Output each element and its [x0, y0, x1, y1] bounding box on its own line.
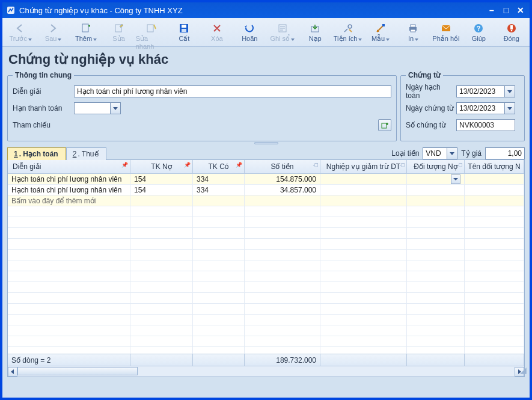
print-button[interactable]: In — [397, 19, 429, 46]
titlebar: Chứng từ nghiệp vụ khác - Công ty TNHH X… — [2, 2, 530, 18]
save-button[interactable]: Cất — [168, 19, 200, 46]
svg-point-18 — [510, 29, 512, 31]
quickedit-button[interactable]: Sửa nhanh — [136, 19, 167, 46]
dtn-dropdown[interactable] — [451, 174, 460, 184]
col-tdt[interactable]: Tên đối tượng N — [465, 160, 524, 173]
postdate-dropdown[interactable] — [504, 85, 515, 97]
currency-label: Loại tiền — [391, 149, 419, 158]
close-window-button[interactable]: ✕ — [515, 5, 526, 15]
postdate-label: Ngày hạch toán — [406, 83, 456, 100]
empty-row — [8, 228, 524, 239]
svg-rect-17 — [510, 25, 513, 29]
help-button[interactable]: ?Giúp — [463, 19, 494, 46]
svg-rect-3 — [147, 25, 153, 32]
currency-input[interactable] — [423, 147, 447, 159]
utility-button[interactable]: Tiện ích — [332, 19, 363, 46]
desc-label: Diễn giải — [13, 87, 74, 96]
svg-rect-1 — [82, 24, 88, 32]
empty-row — [8, 315, 524, 325]
svg-rect-6 — [182, 29, 186, 32]
svg-text:?: ? — [477, 25, 481, 32]
toolbar: Trước Sau Thêm Sửa Sửa nhanh Cất Xóa Hoã… — [2, 18, 530, 47]
next-button[interactable]: Sau — [37, 19, 69, 46]
size-grip[interactable]: ◢ — [520, 365, 528, 374]
tab-thue[interactable]: 2. Thuế — [66, 147, 106, 160]
scroll-left-button[interactable] — [8, 367, 17, 377]
vno-label: Số chứng từ — [406, 121, 456, 129]
general-legend: Thông tin chung — [13, 71, 74, 79]
ref-label: Tham chiếu — [13, 121, 74, 129]
empty-row — [8, 271, 524, 282]
svg-rect-11 — [411, 25, 415, 27]
col-tkno[interactable]: TK Nợ📌 — [130, 160, 193, 173]
empty-row — [8, 325, 524, 336]
empty-row — [8, 293, 524, 304]
vdate-dropdown[interactable] — [504, 102, 515, 114]
edit-button[interactable]: Sửa — [103, 19, 134, 46]
empty-row — [8, 282, 524, 293]
empty-row — [8, 304, 524, 315]
svg-rect-5 — [182, 25, 186, 28]
feedback-button[interactable]: Phản hồi — [430, 19, 462, 46]
template-button[interactable]: Mẫu — [365, 19, 396, 46]
window-title: Chứng từ nghiệp vụ khác - Công ty TNHH X… — [19, 6, 183, 15]
table-row[interactable]: Hạch toán chi phí lương nhân viên1543341… — [8, 174, 524, 185]
vno-input[interactable] — [456, 119, 515, 131]
empty-row — [8, 250, 524, 260]
desc-input[interactable] — [74, 85, 391, 97]
add-reference-button[interactable] — [378, 119, 391, 131]
maximize-button[interactable]: □ — [501, 5, 512, 15]
vdate-label: Ngày chứng từ — [406, 104, 456, 112]
col-ngv[interactable]: Nghiệp vụ giảm trừ DT-□ — [320, 160, 407, 173]
empty-row — [8, 217, 524, 228]
col-tkco[interactable]: TK Có📌 — [193, 160, 245, 173]
table-row[interactable]: Hạch toán chi phí lương nhân viên1543343… — [8, 185, 524, 195]
close-button[interactable]: Đóng — [496, 19, 527, 46]
vdate-input[interactable] — [456, 102, 504, 114]
empty-row — [8, 260, 524, 271]
write-button[interactable]: Ghi sổ — [267, 19, 298, 46]
data-grid: Diễn giải📌 TK Nợ📌 TK Có📌 Số tiền-□ Nghiệ… — [7, 159, 525, 377]
due-label: Hạn thanh toán — [13, 104, 74, 112]
prev-button[interactable]: Trước — [5, 19, 36, 46]
page-title: Chứng từ nghiệp vụ khác — [8, 52, 525, 67]
horizontal-scrollbar[interactable] — [8, 366, 524, 377]
col-amount[interactable]: Số tiền-□ — [245, 160, 320, 173]
postdate-input[interactable] — [456, 85, 504, 97]
empty-row — [8, 239, 524, 250]
svg-rect-19 — [382, 123, 387, 128]
minimize-button[interactable]: – — [486, 5, 497, 15]
load-button[interactable]: Nạp — [299, 19, 331, 46]
col-dtn[interactable]: Đối tượng Nợ-□ — [407, 160, 465, 173]
footer-rowcount: Số dòng = 2 — [8, 354, 130, 366]
tab-hachtoan[interactable]: 1. Hạch toán — [7, 147, 66, 160]
rate-label: Tỷ giá — [461, 149, 482, 158]
voucher-legend: Chứng từ — [406, 71, 443, 79]
add-row-placeholder[interactable]: Bấm vào đây để thêm mới — [8, 195, 524, 206]
due-date-input[interactable] — [74, 102, 110, 114]
rate-input — [485, 147, 525, 159]
delete-button[interactable]: Xóa — [201, 19, 233, 46]
currency-dropdown[interactable] — [447, 147, 457, 159]
col-desc[interactable]: Diễn giải📌 — [8, 160, 130, 173]
voucher-group: Chứng từ Ngày hạch toán Ngày chứng từ Số… — [400, 71, 525, 141]
empty-row — [8, 206, 524, 217]
empty-row — [8, 347, 524, 354]
add-button[interactable]: Thêm — [70, 19, 102, 46]
due-date-dropdown[interactable] — [110, 102, 121, 114]
empty-row — [8, 336, 524, 347]
svg-rect-9 — [382, 24, 385, 26]
general-info-group: Thông tin chung Diễn giải Hạn thanh toán… — [7, 71, 397, 141]
undo-button[interactable]: Hoãn — [234, 19, 265, 46]
footer-total: 189.732.000 — [245, 354, 320, 366]
scroll-thumb[interactable] — [17, 367, 138, 375]
svg-rect-12 — [411, 29, 415, 32]
app-icon — [6, 5, 16, 15]
